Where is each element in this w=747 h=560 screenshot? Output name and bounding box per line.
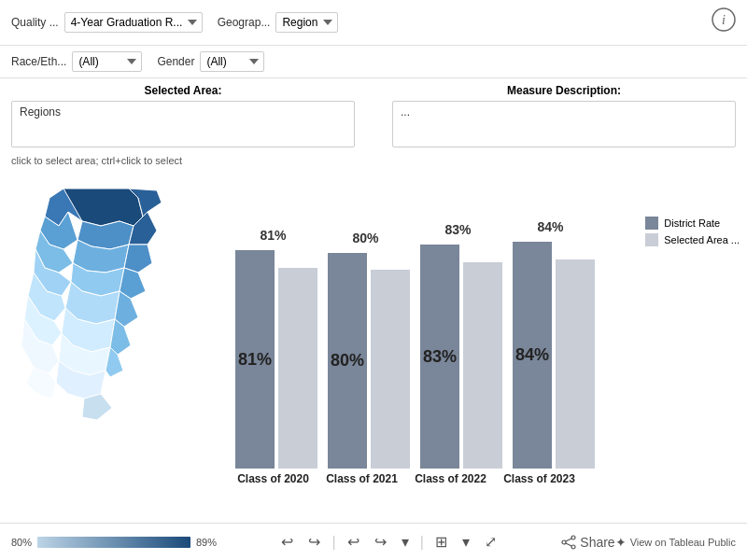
svg-point-26 bbox=[571, 536, 575, 539]
bar-group-0[interactable]: 81%81% bbox=[229, 250, 317, 469]
bar-selected-2[interactable] bbox=[463, 262, 502, 469]
share-icon bbox=[561, 535, 576, 550]
second-filter-bar: Race/Eth... (All)AsianBlackHispanicWhite… bbox=[0, 46, 747, 78]
quality-select[interactable]: 4-Year Graduation R...Other bbox=[64, 12, 203, 33]
nav-divider: | bbox=[331, 534, 335, 551]
legend-district-label: District Rate bbox=[664, 217, 720, 229]
region-label: Regions bbox=[20, 105, 61, 119]
bar-selected-3[interactable] bbox=[556, 259, 595, 469]
svg-marker-25 bbox=[82, 394, 112, 420]
measure-desc-box: ... bbox=[392, 101, 736, 147]
bar-district-2[interactable]: 83% bbox=[420, 245, 459, 469]
bar-district-3[interactable]: 84% bbox=[513, 242, 552, 469]
class-label-3: Class of 2023 bbox=[495, 472, 584, 485]
svg-point-27 bbox=[562, 540, 566, 544]
map-container[interactable] bbox=[0, 170, 219, 515]
scale-bar bbox=[37, 537, 190, 548]
bars-container: 81%81%80%80%83%83%84%84% bbox=[219, 170, 747, 469]
bottom-nav: ↩ ↪ | ↩ ↪ ▾ | ⊞ ▾ ⤢ bbox=[217, 531, 561, 553]
bar-inner-label-1: 80% bbox=[328, 351, 367, 371]
scale-min: 80% bbox=[11, 537, 32, 548]
click-hint: click to select area; ctrl+click to sele… bbox=[0, 153, 747, 170]
share-icon-button[interactable]: Share bbox=[561, 535, 614, 550]
legend-selected-area: Selected Area ... bbox=[645, 233, 740, 246]
nav-divider2: | bbox=[420, 534, 424, 551]
bar-pair-1: 80% bbox=[328, 253, 410, 469]
bar-inner-label-3: 84% bbox=[513, 345, 552, 365]
bar-district-1[interactable]: 80% bbox=[328, 253, 367, 469]
bar-top-label-1: 80% bbox=[321, 231, 410, 245]
race-label: Race/Eth... bbox=[11, 55, 66, 68]
quality-filter-group: Quality ... 4-Year Graduation R...Other bbox=[11, 12, 203, 33]
bar-inner-label-0: 81% bbox=[235, 350, 275, 370]
view-tableau-link[interactable]: ✦ View on Tableau Public bbox=[615, 535, 736, 550]
class-labels: Class of 2020Class of 2021Class of 2022C… bbox=[219, 469, 747, 485]
geo-label: Geograp... bbox=[218, 16, 271, 29]
undo-button[interactable]: ↩ bbox=[277, 531, 297, 553]
gender-label: Gender bbox=[157, 55, 194, 68]
bottom-right: Share bbox=[561, 535, 614, 550]
back-button[interactable]: ↩ bbox=[344, 531, 363, 553]
selected-area-block: Selected Area: Regions bbox=[11, 84, 355, 147]
bar-top-label-2: 83% bbox=[414, 222, 502, 237]
choropleth-map[interactable] bbox=[7, 170, 213, 450]
svg-point-28 bbox=[571, 545, 575, 549]
chart-legend: District Rate Selected Area ... bbox=[645, 217, 740, 250]
svg-line-29 bbox=[566, 539, 572, 541]
scale-bar-container: 80% 89% bbox=[11, 537, 217, 548]
info-section: Selected Area: Regions Measure Descripti… bbox=[0, 78, 747, 153]
bar-group-1[interactable]: 80%80% bbox=[321, 253, 410, 469]
gender-filter-group: Gender (All)MaleFemale bbox=[157, 51, 264, 72]
legend-selected-label: Selected Area ... bbox=[664, 234, 740, 245]
svg-text:i: i bbox=[722, 13, 726, 27]
bar-district-0[interactable]: 81% bbox=[235, 250, 275, 469]
bar-pair-2: 83% bbox=[420, 245, 502, 469]
gender-select[interactable]: (All)MaleFemale bbox=[200, 51, 264, 72]
class-label-2: Class of 2022 bbox=[406, 472, 495, 485]
legend-selected-color bbox=[645, 233, 658, 246]
bar-top-label-3: 84% bbox=[506, 219, 595, 234]
legend-district-color bbox=[645, 217, 658, 230]
selected-area-box[interactable]: Regions bbox=[11, 101, 355, 147]
bar-pair-0: 81% bbox=[235, 250, 317, 469]
svg-marker-2 bbox=[63, 189, 143, 226]
measure-desc-title: Measure Description: bbox=[392, 84, 736, 97]
bar-selected-0[interactable] bbox=[278, 268, 317, 469]
info-icon[interactable]: i bbox=[712, 7, 736, 37]
expand-button[interactable]: ⤢ bbox=[481, 531, 500, 553]
svg-marker-24 bbox=[26, 368, 56, 399]
main-content: 81%81%80%80%83%83%84%84% Class of 2020Cl… bbox=[0, 170, 747, 515]
chart-area: 81%81%80%80%83%83%84%84% Class of 2020Cl… bbox=[219, 170, 747, 515]
selected-area-title: Selected Area: bbox=[11, 84, 355, 97]
scale-max: 89% bbox=[196, 537, 217, 548]
race-filter-group: Race/Eth... (All)AsianBlackHispanicWhite bbox=[11, 51, 142, 72]
bar-group-2[interactable]: 83%83% bbox=[414, 245, 502, 469]
top-filter-bar: Quality ... 4-Year Graduation R...Other … bbox=[0, 0, 747, 46]
svg-line-30 bbox=[566, 543, 572, 546]
quality-label: Quality ... bbox=[11, 16, 59, 29]
view-tableau-label: View on Tableau Public bbox=[630, 537, 736, 548]
legend-district-rate: District Rate bbox=[645, 217, 740, 230]
bar-inner-label-2: 83% bbox=[420, 347, 459, 367]
bottom-bar: 80% 89% ↩ ↪ | ↩ ↪ ▾ | ⊞ ▾ ⤢ Share ✦ View… bbox=[0, 523, 747, 560]
class-label-1: Class of 2021 bbox=[317, 472, 406, 485]
share-label: Share bbox=[580, 535, 614, 550]
geo-filter-group: Geograp... RegionDistrictSchool bbox=[218, 12, 339, 33]
layout-dropdown[interactable]: ▾ bbox=[458, 531, 473, 553]
geo-select[interactable]: RegionDistrictSchool bbox=[275, 12, 338, 33]
tableau-logo-icon: ✦ bbox=[615, 535, 627, 550]
layout-button[interactable]: ⊞ bbox=[431, 531, 451, 553]
bar-group-3[interactable]: 84%84% bbox=[506, 242, 595, 469]
measure-desc-content: ... bbox=[401, 105, 410, 119]
bar-pair-3: 84% bbox=[513, 242, 595, 469]
race-select[interactable]: (All)AsianBlackHispanicWhite bbox=[72, 51, 142, 72]
redo-button[interactable]: ↪ bbox=[304, 531, 324, 553]
measure-desc-block: Measure Description: ... bbox=[392, 84, 736, 147]
class-label-0: Class of 2020 bbox=[229, 472, 317, 485]
bar-selected-1[interactable] bbox=[371, 270, 410, 469]
dropdown-button[interactable]: ▾ bbox=[398, 531, 413, 553]
svg-marker-9 bbox=[124, 245, 152, 273]
bar-top-label-0: 81% bbox=[229, 228, 317, 243]
forward-button[interactable]: ↪ bbox=[371, 531, 390, 553]
